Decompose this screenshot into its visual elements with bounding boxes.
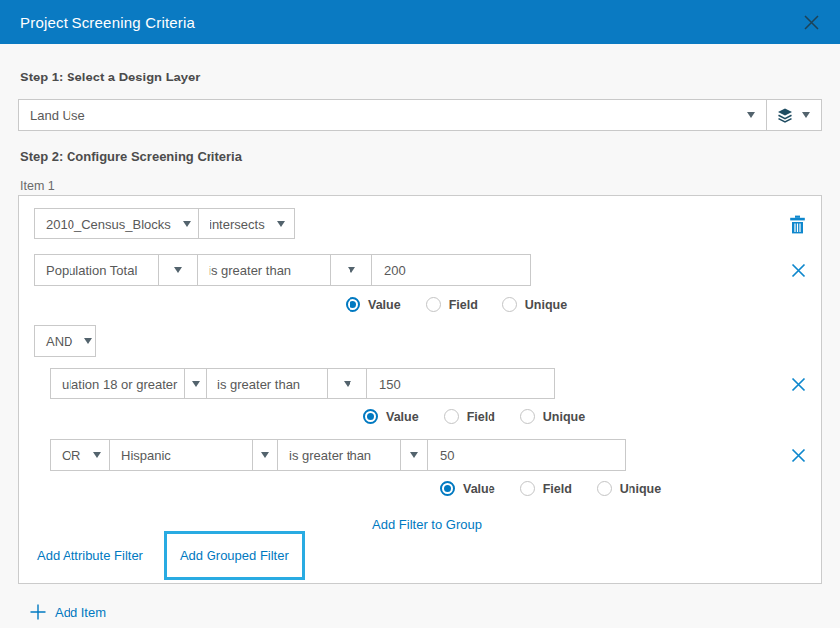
field-combobox[interactable]: ulation 18 or greater (50, 368, 185, 399)
group-filter-row: OR Hispanic is greater than (50, 439, 806, 471)
radio-label: Unique (525, 298, 567, 312)
remove-filter-button[interactable] (791, 377, 806, 392)
radio-option-value[interactable]: Value (363, 409, 419, 424)
radio-unselected-icon[interactable] (444, 409, 459, 424)
radio-unselected-icon[interactable] (597, 481, 612, 496)
radio-label: Field (467, 410, 495, 424)
design-layer-select[interactable]: Land Use (18, 99, 767, 131)
spatial-filter-row: 2010_Census_Blocks intersects (34, 208, 806, 239)
radio-label: Value (386, 410, 419, 424)
radio-unselected-icon[interactable] (520, 481, 535, 496)
value-type-radio-group: Value Field Unique (346, 297, 806, 312)
field-value: Hispanic (121, 448, 171, 463)
chevron-down-icon (183, 221, 191, 227)
operator-combobox[interactable]: is greater than (206, 368, 328, 399)
group-filter-row: ulation 18 or greater is greater than (50, 368, 806, 399)
chevron-down-icon (747, 112, 755, 118)
layers-icon (777, 108, 793, 123)
step2-heading: Step 2: Configure Screening Criteria (20, 149, 822, 165)
dialog-body: Step 1: Select a Design Layer Land Use S… (0, 44, 840, 620)
close-icon (791, 263, 806, 278)
plus-icon (30, 604, 46, 620)
dialog-title: Project Screening Criteria (20, 14, 195, 31)
radio-option-value[interactable]: Value (346, 297, 401, 312)
spatial-operator-select[interactable]: intersects (198, 208, 295, 239)
operator-combobox[interactable]: is greater than (197, 254, 331, 286)
trash-icon (789, 215, 806, 234)
chevron-down-icon (84, 338, 92, 344)
radio-selected-icon[interactable] (346, 297, 360, 312)
chevron-down-icon (261, 452, 269, 458)
operator-value: is greater than (209, 263, 291, 278)
field-dropdown-button[interactable] (184, 368, 207, 399)
radio-option-unique[interactable]: Unique (520, 409, 585, 424)
logic-operator-value: AND (46, 334, 72, 349)
radio-unselected-icon[interactable] (426, 297, 441, 312)
radio-option-value[interactable]: Value (440, 481, 495, 496)
value-input[interactable] (371, 254, 531, 286)
add-filter-to-group-link[interactable]: Add Filter to Group (372, 517, 482, 532)
remove-filter-button[interactable] (791, 448, 806, 463)
radio-unselected-icon[interactable] (520, 409, 535, 424)
filter-links-row: Add Attribute Filter Add Grouped Filter (34, 531, 806, 580)
add-item-button[interactable]: Add Item (30, 604, 106, 620)
delete-item-button[interactable] (789, 215, 806, 234)
layer-options-button[interactable] (766, 99, 822, 131)
add-grouped-filter-link[interactable]: Add Grouped Filter (180, 549, 289, 563)
radio-option-unique[interactable]: Unique (597, 481, 661, 496)
close-icon (791, 377, 806, 392)
add-attribute-filter-link[interactable]: Add Attribute Filter (37, 549, 143, 563)
grouped-filters: ulation 18 or greater is greater than (50, 368, 806, 532)
field-combobox[interactable]: Population Total (34, 254, 159, 286)
operator-value: is greater than (217, 377, 300, 392)
logic-operator-select[interactable]: AND (34, 325, 96, 357)
radio-option-unique[interactable]: Unique (502, 297, 567, 312)
close-button[interactable] (803, 14, 820, 31)
radio-unselected-icon[interactable] (502, 297, 517, 312)
field-dropdown-button[interactable] (158, 254, 198, 286)
value-input[interactable] (366, 368, 555, 399)
radio-label: Unique (543, 410, 585, 424)
chevron-down-icon (410, 452, 418, 458)
chevron-down-icon (348, 267, 355, 273)
chevron-down-icon (192, 381, 200, 387)
criteria-layer-select[interactable]: 2010_Census_Blocks (34, 208, 199, 239)
value-type-radio-group: Value Field Unique (363, 409, 806, 424)
add-item-label: Add Item (55, 605, 106, 620)
radio-selected-icon[interactable] (363, 409, 378, 424)
radio-option-field[interactable]: Field (520, 481, 572, 496)
design-layer-value: Land Use (30, 108, 85, 123)
step1-heading: Step 1: Select a Design Layer (20, 70, 822, 85)
spatial-operator-value: intersects (210, 217, 265, 232)
operator-dropdown-button[interactable] (400, 439, 428, 471)
item-label: Item 1 (20, 179, 822, 193)
radio-option-field[interactable]: Field (426, 297, 478, 312)
logic-operator-value: OR (62, 448, 81, 463)
radio-label: Field (543, 482, 572, 496)
operator-value: is greater than (289, 448, 371, 463)
criteria-layer-value: 2010_Census_Blocks (46, 217, 171, 232)
remove-filter-button[interactable] (791, 263, 806, 278)
operator-combobox[interactable]: is greater than (277, 439, 401, 471)
field-value: ulation 18 or greater (62, 377, 177, 392)
radio-label: Unique (620, 482, 661, 496)
field-value: Population Total (46, 263, 137, 278)
chevron-down-icon (277, 221, 285, 227)
radio-label: Value (463, 482, 495, 496)
chevron-down-icon (93, 452, 101, 458)
field-dropdown-button[interactable] (252, 439, 278, 471)
radio-label: Value (368, 298, 401, 312)
value-input[interactable] (427, 439, 626, 471)
operator-dropdown-button[interactable] (330, 254, 372, 286)
close-icon (803, 14, 820, 31)
design-layer-row: Land Use (18, 99, 822, 131)
operator-dropdown-button[interactable] (327, 368, 367, 399)
value-type-radio-group: Value Field Unique (440, 481, 806, 496)
add-filter-to-group-wrapper: Add Filter to Group (50, 517, 804, 532)
radio-selected-icon[interactable] (440, 481, 455, 496)
logic-operator-select[interactable]: OR (50, 439, 110, 471)
radio-option-field[interactable]: Field (444, 409, 495, 424)
chevron-down-icon (174, 267, 182, 273)
field-combobox[interactable]: Hispanic (109, 439, 253, 471)
attribute-filter-row: Population Total is greater than (34, 254, 806, 286)
